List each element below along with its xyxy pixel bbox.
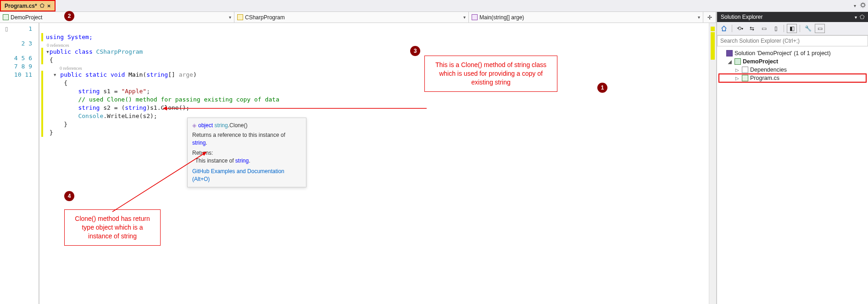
navigation-bar: DemoProject ▾ CSharpProgram ▾ Main(strin…: [0, 12, 716, 23]
dependencies-icon: [742, 67, 748, 73]
solution-explorer-title-bar: Solution Explorer ▾ ⬠: [717, 12, 868, 22]
preview-icon[interactable]: ▭: [815, 24, 825, 33]
project-node[interactable]: ◢ DemoProject: [719, 57, 866, 66]
solution-icon: [726, 50, 733, 56]
code-text: using System;: [46, 34, 93, 40]
nav-class-dropdown[interactable]: CSharpProgram ▾: [234, 12, 469, 23]
pin-icon[interactable]: ⬠: [40, 3, 45, 9]
annotation-callout-3: This is a Clone() method of string class…: [424, 56, 557, 92]
tab-overflow-dropdown[interactable]: ▾: [854, 3, 856, 8]
vertical-scrollbar[interactable]: [709, 23, 716, 304]
nav-member-label: Main(string[] arge): [479, 14, 524, 21]
nav-class-label: CSharpProgram: [245, 14, 285, 21]
outline-margin: ▯: [0, 23, 13, 304]
close-icon[interactable]: ×: [47, 2, 51, 9]
csharp-project-icon: [734, 58, 741, 65]
chevron-down-icon: ▾: [698, 15, 700, 20]
scrollbar-change-marker: [711, 32, 715, 60]
dependencies-node[interactable]: ▷ Dependencies: [719, 66, 866, 74]
tab-title: Program.cs*: [5, 3, 37, 9]
solution-search-box[interactable]: [717, 35, 868, 46]
annotation-callout-4: Clone() method has return type object wh…: [64, 209, 161, 246]
view-toggle-icon[interactable]: ◧: [787, 24, 797, 33]
nav-project-dropdown[interactable]: DemoProject ▾: [0, 12, 234, 23]
nav-member-dropdown[interactable]: Main(string[] arge) ▾: [469, 12, 703, 23]
csharp-file-icon: [742, 75, 748, 81]
solution-node[interactable]: Solution 'DemoProject' (1 of 1 project): [719, 49, 866, 57]
document-tab-bar: Program.cs* ⬠ × ▾: [0, 0, 868, 12]
line-number-gutter: 1 2 3 4 5 6 7 8 9 10 11: [13, 23, 39, 304]
method-cube-icon: ◈: [192, 122, 196, 129]
annotation-badge-2: 2: [64, 11, 74, 21]
caret-down-icon[interactable]: ◢: [727, 59, 733, 64]
collapse-all-icon[interactable]: ▭: [759, 24, 769, 33]
nav-split-button[interactable]: ✢: [703, 12, 716, 23]
annotation-badge-4: 4: [64, 191, 74, 201]
caret-right-icon[interactable]: ▷: [734, 76, 740, 81]
fold-toggle[interactable]: ▯: [0, 25, 13, 33]
window-menu-icon[interactable]: ▾: [855, 15, 857, 20]
solution-search-input[interactable]: [717, 35, 868, 46]
svg-point-0: [862, 4, 865, 7]
code-editor-pane: DemoProject ▾ CSharpProgram ▾ Main(strin…: [0, 12, 717, 304]
chevron-down-icon: ▾: [463, 15, 466, 20]
chevron-down-icon: ▾: [229, 15, 231, 20]
program-cs-node[interactable]: ▷ Program.cs: [719, 74, 866, 82]
properties-icon[interactable]: 🔧: [803, 24, 813, 33]
codelens-references[interactable]: 0 references: [44, 41, 709, 48]
document-tab-program-cs[interactable]: Program.cs* ⬠ ×: [0, 0, 56, 11]
method-icon: [472, 14, 478, 20]
github-examples-link[interactable]: GitHub Examples and Documentation (Alt+O…: [192, 168, 284, 182]
intellisense-tooltip: ◈object string.Clone() Returns a referen…: [187, 118, 306, 187]
annotation-badge-1: 1: [597, 83, 607, 93]
back-forward-icon[interactable]: ⇆: [747, 24, 757, 33]
pin-icon[interactable]: ⬠: [860, 14, 864, 20]
solution-explorer-toolbar: ⟲▾ ⇆ ▭ ▯ ◧ 🔧 ▭: [717, 22, 868, 35]
annotation-badge-3: 3: [410, 46, 420, 56]
class-icon: [237, 14, 243, 20]
scrollbar-change-marker: [711, 27, 715, 31]
csharp-project-icon: [3, 14, 9, 20]
solution-tree[interactable]: Solution 'DemoProject' (1 of 1 project) …: [717, 46, 868, 304]
solution-explorer-pane: Solution Explorer ▾ ⬠ ⟲▾ ⇆ ▭ ▯ ◧ 🔧 ▭: [717, 12, 868, 304]
home-icon[interactable]: [719, 24, 729, 33]
nav-project-label: DemoProject: [11, 14, 42, 21]
sync-icon[interactable]: ⟲▾: [735, 24, 745, 33]
caret-right-icon[interactable]: ▷: [734, 68, 740, 73]
codelens-references[interactable]: 0 references: [57, 64, 709, 71]
show-all-files-icon[interactable]: ▯: [771, 24, 781, 33]
split-icon: ✢: [707, 14, 712, 21]
gear-icon[interactable]: [860, 2, 866, 10]
code-editor[interactable]: using System;0 references▾public class C…: [39, 23, 709, 304]
